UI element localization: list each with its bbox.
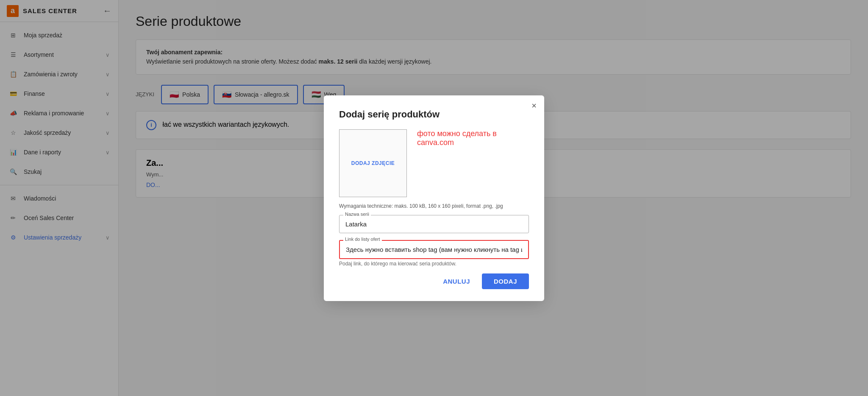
name-field-label: Nazwa serii (343, 212, 371, 217)
modal: × Dodaj serię produktów DODAJ ZDJĘCIE фо… (324, 95, 544, 301)
name-field-input[interactable] (339, 215, 529, 233)
link-field-group: Link do listy ofert Podaj link, do które… (339, 240, 529, 267)
canva-hint: фото можно сделать в canva.com (417, 129, 529, 147)
tech-requirements: Wymagania techniczne: maks. 100 kB, 160 … (339, 203, 529, 209)
image-upload-area[interactable]: DODAJ ZDJĘCIE (339, 129, 407, 197)
link-field-input[interactable] (339, 240, 529, 259)
add-button[interactable]: DODAJ (482, 273, 529, 289)
modal-close-button[interactable]: × (531, 101, 537, 110)
image-upload-label: DODAJ ZDJĘCIE (351, 160, 395, 166)
modal-overlay: × Dodaj serię produktów DODAJ ZDJĘCIE фо… (0, 0, 868, 396)
cancel-button[interactable]: ANULUJ (438, 274, 475, 288)
modal-title: Dodaj serię produktów (339, 109, 529, 120)
name-field-group: Nazwa serii (339, 215, 529, 233)
image-row: DODAJ ZDJĘCIE фото можно сделать в canva… (339, 129, 529, 201)
link-field-hint: Podaj link, do którego ma kierować seria… (339, 261, 529, 267)
modal-actions: ANULUJ DODAJ (339, 273, 529, 289)
link-field-label: Link do listy ofert (343, 237, 382, 242)
